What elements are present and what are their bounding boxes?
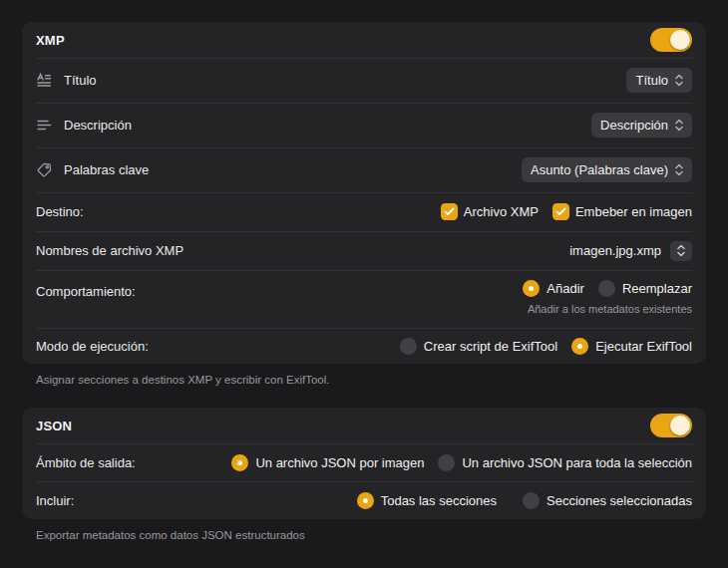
json-section-title: JSON [36, 419, 72, 433]
radio-ejecutar-exiftool-label: Ejecutar ExifTool [595, 339, 692, 354]
row-incluir: Incluir: Todas las secciones Secciones s… [22, 481, 706, 519]
radio-json-toda-seleccion[interactable]: Un archivo JSON para toda la selección [438, 454, 692, 471]
palabras-clave-label: Palabras clave [64, 162, 149, 177]
filename-pattern-selector[interactable] [670, 241, 692, 261]
comportamiento-controls: Añadir Reemplazar Añadir a los metadatos… [523, 270, 692, 315]
radio-secciones-seleccionadas-label: Secciones seleccionadas [546, 493, 692, 508]
json-header-row: JSON [22, 408, 706, 443]
palabras-clave-dropdown[interactable]: Asunto (Palabras clave) [522, 157, 692, 182]
tag-icon [36, 161, 53, 178]
checkbox-embeber-en-imagen[interactable]: Embeber en imagen [552, 203, 692, 220]
incluir-radio-group: Todas las secciones Secciones selecciona… [357, 492, 692, 509]
row-descripcion: Descripción Descripción [22, 103, 706, 147]
row-destino: Destino: Archivo XMP Embeber en imagen [22, 192, 706, 231]
row-palabras-clave: Palabras clave Asunto (Palabras clave) [22, 147, 706, 192]
filename-value: imagen.jpg.xmp [569, 243, 661, 258]
radio-unselected-icon [438, 454, 455, 471]
radio-anadir[interactable]: Añadir [523, 280, 584, 297]
comportamiento-label: Comportamiento: [36, 270, 136, 299]
export-settings-panel: XMP Título Título [0, 0, 728, 563]
incluir-label: Incluir: [36, 493, 74, 508]
section-gap [22, 386, 706, 408]
radio-ejecutar-exiftool[interactable]: Ejecutar ExifTool [571, 338, 692, 355]
row-titulo: Título Título [22, 58, 706, 103]
comportamiento-radio-group: Añadir Reemplazar [523, 280, 692, 297]
comportamiento-caption: Añadir a los metadatos existentes [528, 303, 692, 315]
chevron-up-down-icon [675, 119, 683, 132]
checkbox-checked-icon [552, 203, 569, 220]
radio-unselected-icon [598, 280, 615, 297]
xmp-toggle-knob [670, 30, 690, 50]
json-toggle-knob [670, 416, 690, 435]
row-comportamiento: Comportamiento: Añadir Reemplazar Añadir… [22, 270, 706, 328]
descripcion-label: Descripción [64, 118, 132, 133]
radio-reemplazar[interactable]: Reemplazar [598, 280, 692, 297]
radio-anadir-label: Añadir [546, 281, 584, 296]
row-nombres-archivo-xmp: Nombres de archivo XMP imagen.jpg.xmp [22, 231, 706, 270]
descripcion-dropdown-value: Descripción [600, 118, 668, 133]
checkbox-archivo-xmp[interactable]: Archivo XMP [441, 203, 539, 220]
radio-selected-icon [523, 280, 540, 297]
xmp-toggle[interactable] [650, 28, 692, 52]
nombres-archivo-label: Nombres de archivo XMP [36, 243, 183, 258]
radio-crear-script[interactable]: Crear script de ExifTool [400, 338, 557, 355]
descripcion-dropdown[interactable]: Descripción [591, 113, 692, 138]
chevron-up-down-icon [675, 163, 683, 176]
radio-secciones-seleccionadas[interactable]: Secciones seleccionadas [523, 492, 692, 509]
ambito-radio-group: Un archivo JSON por imagen Un archivo JS… [231, 454, 692, 471]
radio-reemplazar-label: Reemplazar [622, 281, 692, 296]
radio-todas-secciones-label: Todas las secciones [381, 493, 497, 508]
radio-json-por-imagen[interactable]: Un archivo JSON por imagen [231, 454, 424, 471]
row-modo-ejecucion: Modo de ejecución: Crear script de ExifT… [22, 328, 706, 364]
radio-unselected-icon [523, 492, 540, 509]
xmp-section-title: XMP [36, 33, 65, 48]
json-footnote: Exportar metadatos como datos JSON estru… [36, 529, 692, 541]
destino-label: Destino: [36, 204, 84, 219]
checkbox-embeber-en-imagen-label: Embeber en imagen [575, 204, 692, 219]
radio-json-por-imagen-label: Un archivo JSON por imagen [255, 455, 424, 470]
json-toggle[interactable] [650, 414, 692, 437]
palabras-clave-dropdown-value: Asunto (Palabras clave) [531, 162, 668, 177]
row-ambito-salida: Ámbito de salida: Un archivo JSON por im… [22, 443, 706, 481]
radio-crear-script-label: Crear script de ExifTool [424, 339, 557, 354]
chevron-up-down-icon [677, 244, 685, 257]
radio-selected-icon [357, 492, 374, 509]
json-card: JSON Ámbito de salida: Un archivo JSON p… [22, 408, 706, 519]
chevron-up-down-icon [675, 74, 683, 87]
titulo-dropdown[interactable]: Título [626, 68, 692, 93]
text-lines-icon [36, 117, 53, 134]
titulo-dropdown-value: Título [635, 73, 668, 88]
destino-checkbox-group: Archivo XMP Embeber en imagen [441, 203, 692, 220]
checkbox-archivo-xmp-label: Archivo XMP [464, 204, 539, 219]
textformat-icon [36, 72, 53, 89]
radio-selected-icon [571, 338, 588, 355]
titulo-label: Título [64, 73, 97, 88]
xmp-card: XMP Título Título [22, 22, 706, 364]
ambito-salida-label: Ámbito de salida: [36, 455, 136, 470]
radio-unselected-icon [400, 338, 417, 355]
checkbox-checked-icon [441, 203, 458, 220]
xmp-header-row: XMP [22, 22, 706, 58]
radio-todas-secciones[interactable]: Todas las secciones [357, 492, 497, 509]
modo-ejecucion-label: Modo de ejecución: [36, 339, 149, 354]
filename-control: imagen.jpg.xmp [569, 241, 692, 261]
radio-selected-icon [231, 454, 248, 471]
xmp-footnote: Asignar secciones a destinos XMP y escri… [36, 374, 692, 386]
radio-json-toda-seleccion-label: Un archivo JSON para toda la selección [462, 455, 692, 470]
modo-radio-group: Crear script de ExifTool Ejecutar ExifTo… [400, 338, 692, 355]
